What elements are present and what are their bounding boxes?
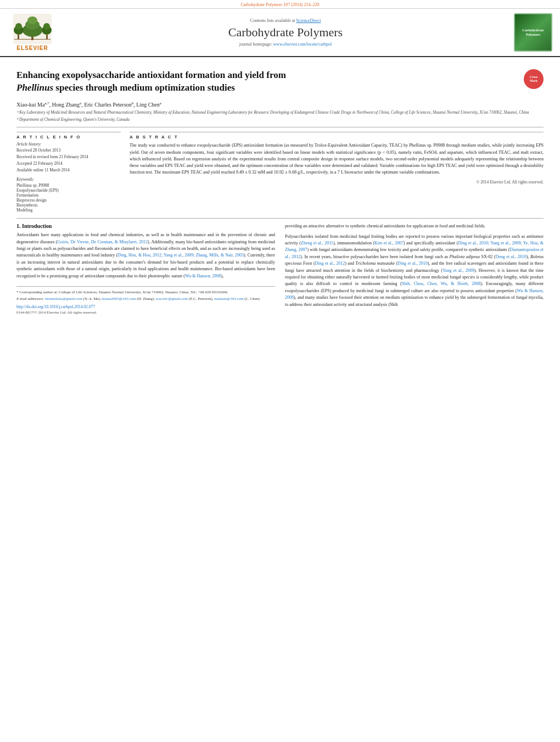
issn-line: 0144-8617/© 2014 Elsevier Ltd. All right… xyxy=(16,310,275,315)
keywords-label: Keywords: xyxy=(16,177,121,182)
right-col: providing an attractive alternative to s… xyxy=(285,223,544,315)
journal-logo-text: CarbohydratePolymers xyxy=(521,27,545,38)
ref-ding-boletus: Ding et al., 2012 xyxy=(315,261,345,266)
ref-shih2008: Shih, Chou, Chen, Wu, & Hsieh, 2008 xyxy=(402,281,481,286)
divider-2 xyxy=(16,218,544,219)
elsevier-logo: ELSEVIER xyxy=(8,14,57,51)
keyword-4: Bioprocess design xyxy=(16,198,121,203)
elsevier-tree-icon xyxy=(13,14,52,44)
two-col-info-abstract: A R T I C L E I N F O Article history: R… xyxy=(16,132,544,213)
keyword-5: Biosynthesis xyxy=(16,203,121,208)
crossmark-badge: CrossMark xyxy=(524,69,544,89)
intro-paragraph-1: Antioxidants have many applications in f… xyxy=(16,232,275,280)
svg-rect-5 xyxy=(18,35,19,39)
doi-link[interactable]: http://dx.doi.org/10.1016/j.carbpol.2014… xyxy=(16,304,275,309)
ref-deng: Deng et al., 2010 xyxy=(496,254,527,259)
header-area: ELSEVIER Contents lists available at Sci… xyxy=(0,9,560,57)
elsevier-label-text: ELSEVIER xyxy=(16,45,48,51)
keywords-block: Keywords: Phellinus sp. P0988 Exopolysac… xyxy=(16,177,121,213)
page: Carbohydrate Polymers 107 (2014) 214–220 xyxy=(0,0,560,742)
main-content: 1. Introduction Antioxidants have many a… xyxy=(16,223,544,315)
sciencedirect-line: Contents lists available at ScienceDirec… xyxy=(63,18,508,23)
header-center: Contents lists available at ScienceDirec… xyxy=(63,18,508,47)
species-3: Tricholoma matsutake xyxy=(355,261,395,266)
article-body: Enhancing exopolysaccharide antioxidant … xyxy=(0,57,560,320)
ref-goiris: Goiris, De Vreese, De Cooman, & Miuylaer… xyxy=(57,239,148,244)
email-4-link[interactable]: markuis@163.com xyxy=(214,297,243,301)
doi-anchor[interactable]: http://dx.doi.org/10.1016/j.carbpol.2014… xyxy=(16,304,95,309)
journal-bar: Carbohydrate Polymers 107 (2014) 214–220 xyxy=(0,0,560,9)
homepage-link[interactable]: www.elsevier.com/locate/carbpol xyxy=(273,42,332,47)
crossmark-icon: CrossMark xyxy=(524,69,544,89)
authors-line: Xiao-kui Maa,*, Hong Zhanga, Eric Charle… xyxy=(16,101,544,108)
ref-zheng: Zheng et al., 2011 xyxy=(301,241,333,246)
ref-yang2009: Yang et al., 2009 xyxy=(443,268,474,273)
keyword-3: Fermentation xyxy=(16,193,121,198)
abstract-title: A B S T R A C T xyxy=(130,135,544,140)
left-col: 1. Introduction Antioxidants have many a… xyxy=(16,223,275,315)
svg-rect-8 xyxy=(46,35,48,39)
ref-wu2008b: Wu & Hansen, 2008 xyxy=(285,288,544,300)
keyword-1: Phellinus sp. P0988 xyxy=(16,183,121,188)
article-info-title: A R T I C L E I N F O xyxy=(16,135,121,140)
right-paragraph-2: Polysaccharides isolated from medicinal … xyxy=(285,233,544,308)
email-3-link[interactable]: ecp.eric@gmail.com xyxy=(156,297,188,301)
abstract-text: The study was conducted to enhance exopo… xyxy=(130,142,544,176)
journal-main-title: Carbohydrate Polymers xyxy=(63,25,508,40)
article-info-col: A R T I C L E I N F O Article history: R… xyxy=(16,132,121,213)
affiliation-b: ᵇ Department of Chemical Engineering, Qu… xyxy=(16,117,544,123)
article-title-italic: Phellinus xyxy=(16,82,53,93)
available-date: Available online 11 March 2014 xyxy=(16,168,121,172)
email-1-name: (X.-k. Ma), xyxy=(83,297,102,301)
email-3-name: (E.C. Peterson), xyxy=(189,297,214,301)
sciencedirect-label: Contents lists available at xyxy=(250,18,295,23)
affiliation-a: ᵃ Key Laboratory of Medicinal Resources … xyxy=(16,110,544,116)
svg-point-10 xyxy=(43,23,50,30)
email-1-link[interactable]: biomarkuis@gmail.com xyxy=(45,297,82,301)
svg-point-7 xyxy=(15,23,22,30)
homepage-line: journal homepage: www.elsevier.com/locat… xyxy=(63,42,508,47)
svg-rect-11 xyxy=(14,39,51,40)
copyright-line: © 2014 Elsevier Ltd. All rights reserved… xyxy=(130,180,544,185)
footnote-area: * Corresponding author at: College of Li… xyxy=(16,286,275,315)
ref-ding2012: Ding, Hou, & Hou, 2012; Yang et al., 200… xyxy=(117,253,244,258)
ref-wu2008: Wu & Hansen, 2008 xyxy=(185,274,221,278)
crossmark-label: CrossMark xyxy=(530,75,538,83)
journal-logo: CarbohydratePolymers xyxy=(514,13,552,52)
divider xyxy=(16,127,544,127)
abstract-col: A B S T R A C T The study was conducted … xyxy=(130,132,544,213)
species-1: Phaliota adiposa xyxy=(450,254,480,259)
svg-point-4 xyxy=(27,16,37,24)
email-2-link[interactable]: bioma2003@163.com xyxy=(102,297,136,301)
history-label: Article history: xyxy=(16,142,121,147)
keyword-2: Exopolysaccharide (EPS) xyxy=(16,188,121,193)
received-date: Received 28 October 2013 xyxy=(16,148,121,153)
journal-citation: Carbohydrate Polymers 107 (2014) 214–220 xyxy=(240,2,319,7)
keyword-6: Modeling xyxy=(16,208,121,213)
journal-logo-inner: CarbohydratePolymers xyxy=(514,13,552,52)
article-title: Enhancing exopolysaccharide antioxidant … xyxy=(16,69,518,94)
email-4-name: (L. Chen). xyxy=(244,297,260,301)
revised-date: Received in revised form 21 February 201… xyxy=(16,154,121,159)
sciencedirect-link[interactable]: ScienceDirect xyxy=(296,18,321,23)
footnote-emails: E-mail addresses: biomarkuis@gmail.com (… xyxy=(16,296,275,302)
article-title-text: Enhancing exopolysaccharide antioxidant … xyxy=(16,69,518,94)
homepage-label: journal homepage: xyxy=(239,42,272,47)
right-paragraph-1: providing an attractive alternative to s… xyxy=(285,223,544,230)
article-title-section: Enhancing exopolysaccharide antioxidant … xyxy=(16,69,544,97)
ref-ding-trich: Ding et al., 2010 xyxy=(397,261,428,266)
footnote-corresponding: * Corresponding author at: College of Li… xyxy=(16,289,275,295)
intro-heading: 1. Introduction xyxy=(16,223,275,229)
ref-kim: Kim et al., 2007 xyxy=(374,241,404,246)
accepted-date: Accepted 22 February 2014 xyxy=(16,161,121,166)
email-2-name: (H. Zhang), xyxy=(137,297,156,301)
